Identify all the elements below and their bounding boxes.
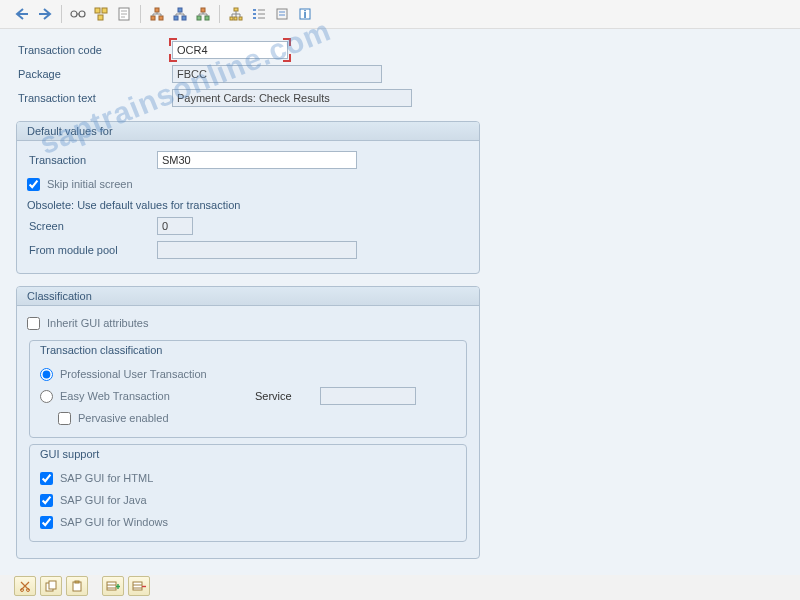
- easy-web-label: Easy Web Transaction: [60, 390, 250, 402]
- package-label: Package: [16, 68, 172, 80]
- copy-button[interactable]: [40, 576, 62, 596]
- svg-rect-14: [205, 16, 209, 20]
- transaction-code-highlight: [172, 41, 288, 59]
- forward-button[interactable]: [35, 4, 55, 24]
- skip-initial-label: Skip initial screen: [47, 178, 133, 190]
- inherit-gui-label: Inherit GUI attributes: [47, 317, 149, 329]
- hierarchy-icon-2[interactable]: [193, 4, 213, 24]
- svg-rect-4: [98, 15, 103, 20]
- skip-initial-checkbox[interactable]: [27, 178, 40, 191]
- screen-label: Screen: [27, 220, 157, 232]
- default-values-title: Default values for: [17, 122, 479, 141]
- svg-rect-7: [151, 16, 155, 20]
- service-label: Service: [255, 390, 315, 402]
- tree-toggle-icon[interactable]: [91, 4, 111, 24]
- svg-rect-30: [75, 581, 79, 583]
- transaction-text-label: Transaction text: [16, 92, 172, 104]
- from-module-field: [157, 241, 357, 259]
- separator-icon: [140, 5, 141, 23]
- separator-icon: [219, 5, 220, 23]
- gui-support-group: GUI support SAP GUI for HTML SAP GUI for…: [29, 444, 467, 542]
- gui-title: GUI support: [30, 445, 466, 463]
- svg-rect-11: [182, 16, 186, 20]
- screen-field: [157, 217, 193, 235]
- svg-rect-22: [277, 9, 287, 19]
- svg-rect-13: [197, 16, 201, 20]
- delete-row-button[interactable]: [128, 576, 150, 596]
- professional-label: Professional User Transaction: [60, 368, 207, 380]
- transaction-code-field[interactable]: [172, 41, 288, 59]
- hierarchy-icon-1[interactable]: [147, 4, 167, 24]
- transaction-code-label: Transaction code: [16, 44, 172, 56]
- inherit-gui-checkbox[interactable]: [27, 317, 40, 330]
- svg-rect-2: [95, 8, 100, 13]
- svg-rect-3: [102, 8, 107, 13]
- hierarchy-blue-icon[interactable]: [170, 4, 190, 24]
- professional-radio[interactable]: [40, 368, 53, 381]
- svg-text:i: i: [303, 8, 306, 20]
- service-field: [320, 387, 416, 405]
- classification-group: Classification Inherit GUI attributes Tr…: [16, 286, 480, 559]
- gui-java-checkbox[interactable]: [40, 494, 53, 507]
- svg-point-0: [71, 11, 77, 17]
- svg-rect-20: [253, 13, 256, 15]
- pervasive-label: Pervasive enabled: [78, 412, 169, 424]
- from-module-label: From module pool: [27, 244, 157, 256]
- cut-button[interactable]: [14, 576, 36, 596]
- svg-point-1: [79, 11, 85, 17]
- document-icon[interactable]: [114, 4, 134, 24]
- svg-rect-16: [230, 17, 233, 20]
- svg-rect-17: [234, 17, 237, 20]
- footer-toolbar: [14, 576, 150, 596]
- svg-point-25: [21, 589, 24, 592]
- svg-rect-28: [49, 581, 56, 589]
- toolbar: i: [0, 0, 800, 29]
- easy-web-radio[interactable]: [40, 390, 53, 403]
- svg-rect-8: [159, 16, 163, 20]
- gui-html-checkbox[interactable]: [40, 472, 53, 485]
- svg-rect-10: [174, 16, 178, 20]
- gui-windows-label: SAP GUI for Windows: [60, 516, 168, 528]
- org-icon[interactable]: [226, 4, 246, 24]
- svg-rect-6: [155, 8, 159, 12]
- svg-rect-32: [133, 582, 142, 590]
- transaction-label: Transaction: [27, 154, 157, 166]
- paste-button[interactable]: [66, 576, 88, 596]
- separator-icon: [61, 5, 62, 23]
- svg-rect-19: [253, 9, 256, 11]
- main-area: Transaction code Package Transaction tex…: [0, 29, 800, 575]
- insert-row-button[interactable]: [102, 576, 124, 596]
- svg-point-26: [27, 589, 30, 592]
- default-values-group: Default values for Transaction Skip init…: [16, 121, 480, 274]
- svg-rect-31: [107, 582, 116, 590]
- svg-rect-15: [234, 8, 238, 11]
- gui-windows-checkbox[interactable]: [40, 516, 53, 529]
- gui-java-label: SAP GUI for Java: [60, 494, 147, 506]
- tc-title: Transaction classification: [30, 341, 466, 359]
- pervasive-checkbox[interactable]: [58, 412, 71, 425]
- info-icon[interactable]: i: [295, 4, 315, 24]
- package-field: [172, 65, 382, 83]
- list-icon[interactable]: [249, 4, 269, 24]
- obsolete-text: Obsolete: Use default values for transac…: [27, 199, 469, 211]
- svg-rect-12: [201, 8, 205, 12]
- svg-rect-9: [178, 8, 182, 12]
- svg-rect-18: [239, 17, 242, 20]
- back-button[interactable]: [12, 4, 32, 24]
- transaction-classification-group: Transaction classification Professional …: [29, 340, 467, 438]
- variant-icon[interactable]: [272, 4, 292, 24]
- svg-rect-21: [253, 17, 256, 19]
- transaction-field[interactable]: [157, 151, 357, 169]
- transaction-text-field: [172, 89, 412, 107]
- glasses-icon[interactable]: [68, 4, 88, 24]
- classification-title: Classification: [17, 287, 479, 306]
- gui-html-label: SAP GUI for HTML: [60, 472, 153, 484]
